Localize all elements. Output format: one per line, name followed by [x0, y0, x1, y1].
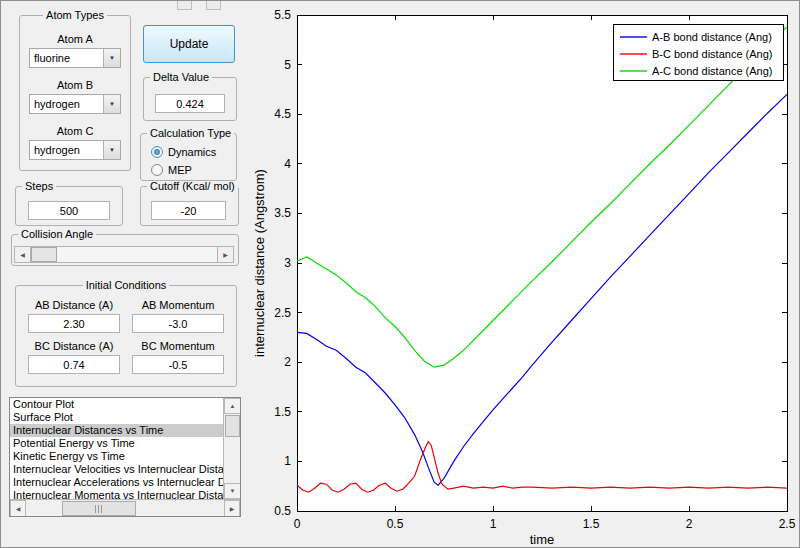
atom-b-dropdown[interactable]: hydrogen ▼: [29, 94, 121, 114]
delta-value-group: Delta Value: [143, 71, 237, 121]
steps-group: Steps: [15, 180, 123, 226]
radio-button-icon[interactable]: [151, 146, 163, 158]
svg-text:1: 1: [490, 517, 497, 531]
ab-distance-field[interactable]: [28, 314, 120, 333]
atom-b-label: Atom B: [20, 79, 130, 91]
collision-angle-slider[interactable]: ◀ ▶: [14, 246, 234, 263]
chevron-down-icon[interactable]: ▼: [103, 95, 120, 113]
svg-text:2: 2: [686, 517, 693, 531]
list-item[interactable]: Contour Plot: [10, 398, 223, 411]
svg-text:0: 0: [294, 517, 301, 531]
bc-distance-label: BC Distance (A): [26, 340, 122, 352]
atom-types-group: Atom Types Atom A fluorine ▼ Atom B hydr…: [19, 9, 131, 171]
delta-value-title: Delta Value: [150, 71, 212, 83]
atom-b-value: hydrogen: [30, 98, 103, 110]
hscroll-thumb[interactable]: [62, 501, 136, 516]
slider-thumb[interactable]: [31, 247, 57, 262]
svg-text:4: 4: [284, 157, 291, 171]
list-item[interactable]: Internuclear Accelerations vs Internucle…: [10, 476, 223, 489]
plot-canvas: 00.511.522.50.511.522.533.544.555.5timei…: [251, 1, 800, 548]
vscroll-thumb[interactable]: [225, 415, 240, 437]
svg-text:3.5: 3.5: [274, 206, 291, 220]
cutoff-field[interactable]: [151, 201, 226, 220]
atom-c-dropdown[interactable]: hydrogen ▼: [29, 140, 121, 160]
steps-title: Steps: [22, 180, 56, 192]
ab-momentum-field[interactable]: [132, 314, 224, 333]
y-axis-label: internuclear distance (Angstrom): [252, 169, 267, 357]
radio-button-icon[interactable]: [151, 164, 163, 176]
list-item[interactable]: Surface Plot: [10, 411, 223, 424]
update-button[interactable]: Update: [143, 25, 235, 63]
atom-types-title: Atom Types: [43, 9, 107, 21]
calculation-type-title: Calculation Type: [147, 127, 234, 139]
atom-a-label: Atom A: [20, 33, 130, 45]
collision-angle-title: Collision Angle: [18, 228, 96, 240]
atom-c-value: hydrogen: [30, 144, 103, 156]
slider-right-arrow-icon[interactable]: ▶: [217, 247, 233, 262]
x-axis-label: time: [530, 532, 555, 547]
scroll-down-icon[interactable]: ▼: [224, 483, 241, 499]
toolbar-fragment: [177, 1, 221, 10]
svg-text:0.5: 0.5: [387, 517, 404, 531]
initial-conditions-group: Initial Conditions AB Distance (A) AB Mo…: [15, 279, 237, 387]
plot-box: [297, 15, 787, 511]
legend[interactable]: A-B bond distance (Ang)B-C bond distance…: [613, 24, 783, 80]
toolbar-icon[interactable]: [206, 1, 221, 10]
bc-distance-field[interactable]: [28, 355, 120, 374]
list-item[interactable]: Internuclear Momenta vs Internuclear Dis…: [10, 489, 223, 499]
svg-text:1: 1: [284, 454, 291, 468]
legend-entry: B-C bond distance (Ang): [652, 48, 772, 60]
radio-dynamics[interactable]: Dynamics: [151, 146, 216, 158]
scroll-left-icon[interactable]: ◀: [10, 500, 26, 517]
svg-text:3: 3: [284, 256, 291, 270]
atom-a-value: fluorine: [30, 52, 103, 64]
listbox-items: Contour PlotSurface PlotInternuclear Dis…: [10, 398, 223, 499]
svg-text:2: 2: [284, 355, 291, 369]
bc-momentum-field[interactable]: [132, 355, 224, 374]
slider-left-arrow-icon[interactable]: ◀: [15, 247, 31, 262]
legend-entry: A-B bond distance (Ang): [652, 31, 772, 43]
initial-conditions-title: Initial Conditions: [83, 279, 170, 291]
svg-text:5.5: 5.5: [274, 8, 291, 22]
plot-type-listbox[interactable]: Contour PlotSurface PlotInternuclear Dis…: [9, 397, 241, 517]
radio-dynamics-label: Dynamics: [168, 146, 216, 158]
svg-text:4.5: 4.5: [274, 107, 291, 121]
application-window: Atom Types Atom A fluorine ▼ Atom B hydr…: [0, 0, 800, 548]
svg-text:1.5: 1.5: [274, 405, 291, 419]
svg-text:2.5: 2.5: [274, 306, 291, 320]
cutoff-title: Cutoff (Kcal/ mol): [147, 180, 238, 192]
svg-text:0.5: 0.5: [274, 504, 291, 518]
svg-text:5: 5: [284, 58, 291, 72]
scroll-up-icon[interactable]: ▲: [224, 398, 241, 414]
toolbar-icon[interactable]: [177, 1, 192, 10]
collision-angle-group: Collision Angle ◀ ▶: [11, 228, 239, 266]
atom-a-dropdown[interactable]: fluorine ▼: [29, 48, 121, 68]
ab-momentum-label: AB Momentum: [130, 299, 226, 311]
scrollbar-grip: [95, 505, 104, 513]
delta-value-field[interactable]: [155, 94, 225, 113]
steps-field[interactable]: [28, 201, 110, 220]
listbox-hscrollbar[interactable]: ◀ ▶: [10, 499, 240, 516]
calculation-type-group: Calculation Type Dynamics MEP: [140, 127, 237, 181]
bc-momentum-label: BC Momentum: [130, 340, 226, 352]
list-item[interactable]: Internuclear Velocities vs Internuclear …: [10, 463, 223, 476]
list-item[interactable]: Internuclear Distances vs Time: [10, 424, 223, 437]
chart-area: 00.511.522.50.511.522.533.544.555.5timei…: [251, 1, 800, 548]
chevron-down-icon[interactable]: ▼: [103, 141, 120, 159]
atom-c-label: Atom C: [20, 125, 130, 137]
svg-text:1.5: 1.5: [583, 517, 600, 531]
chevron-down-icon[interactable]: ▼: [103, 49, 120, 67]
svg-text:2.5: 2.5: [779, 517, 796, 531]
scroll-right-icon[interactable]: ▶: [224, 500, 240, 517]
ab-distance-label: AB Distance (A): [26, 299, 122, 311]
radio-mep[interactable]: MEP: [151, 164, 192, 176]
listbox-vscrollbar[interactable]: ▲ ▼: [223, 398, 240, 499]
radio-mep-label: MEP: [168, 164, 192, 176]
legend-entry: A-C bond distance (Ang): [652, 65, 772, 77]
list-item[interactable]: Kinetic Energy vs Time: [10, 450, 223, 463]
cutoff-group: Cutoff (Kcal/ mol): [140, 180, 239, 226]
list-item[interactable]: Potential Energy vs Time: [10, 437, 223, 450]
